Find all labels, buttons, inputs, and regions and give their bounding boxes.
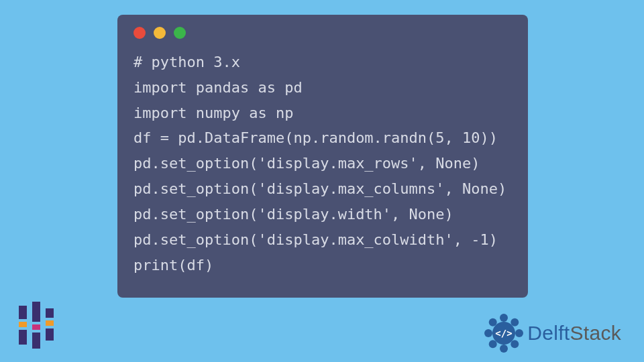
- svg-rect-7: [46, 320, 54, 326]
- brand-logo: </> DelftStack: [484, 314, 621, 353]
- maximize-dot-icon: [174, 27, 186, 39]
- svg-point-14: [489, 340, 497, 348]
- code-content: # python 3.x import pandas as pd import …: [133, 50, 512, 278]
- svg-point-15: [484, 329, 492, 337]
- svg-rect-5: [32, 333, 40, 349]
- svg-rect-3: [32, 302, 40, 322]
- svg-rect-4: [32, 324, 40, 330]
- svg-point-9: [500, 314, 508, 322]
- svg-rect-8: [46, 328, 54, 341]
- svg-point-12: [511, 340, 519, 348]
- brand-name-part1: Delft: [527, 322, 570, 344]
- svg-point-13: [500, 345, 508, 353]
- window-traffic-lights: [133, 27, 512, 39]
- abstract-bars-icon: [17, 302, 56, 349]
- brand-badge-icon: </>: [484, 314, 523, 353]
- brand-name-part2: Stack: [570, 322, 621, 344]
- brand-name: DelftStack: [527, 322, 621, 345]
- svg-rect-0: [19, 306, 27, 319]
- svg-point-11: [515, 329, 523, 337]
- code-window: # python 3.x import pandas as pd import …: [117, 15, 528, 298]
- svg-text:</>: </>: [496, 328, 513, 339]
- svg-rect-1: [19, 322, 27, 327]
- svg-point-16: [489, 318, 497, 326]
- close-dot-icon: [133, 27, 146, 39]
- minimize-dot-icon: [154, 27, 166, 39]
- svg-rect-2: [19, 330, 27, 345]
- svg-point-10: [511, 318, 519, 326]
- svg-rect-6: [46, 308, 54, 318]
